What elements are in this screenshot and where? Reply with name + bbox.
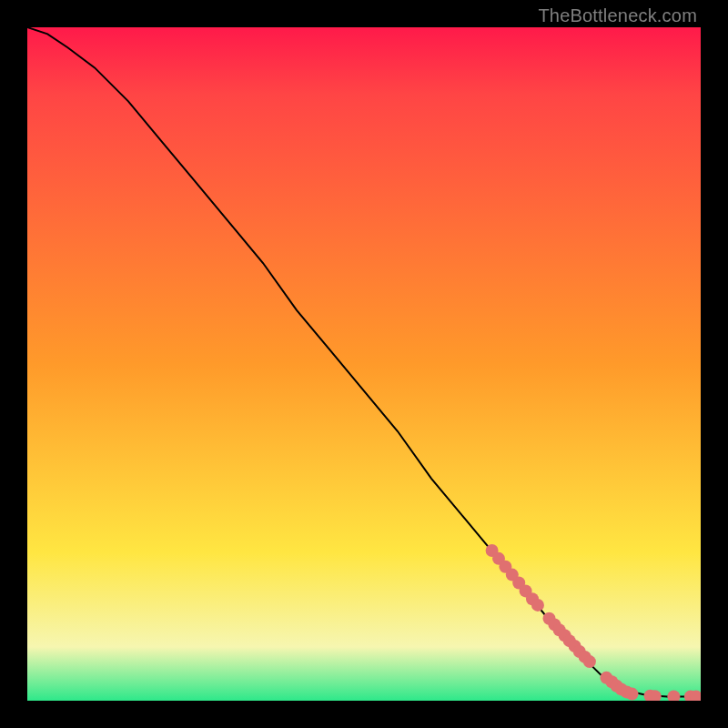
attribution-text: TheBottleneck.com (538, 5, 697, 26)
chart-frame (27, 27, 701, 701)
gradient-background (27, 27, 701, 701)
chart-svg (27, 27, 701, 701)
marker-point (626, 688, 639, 701)
marker-point (531, 599, 544, 612)
marker-point (583, 655, 596, 668)
